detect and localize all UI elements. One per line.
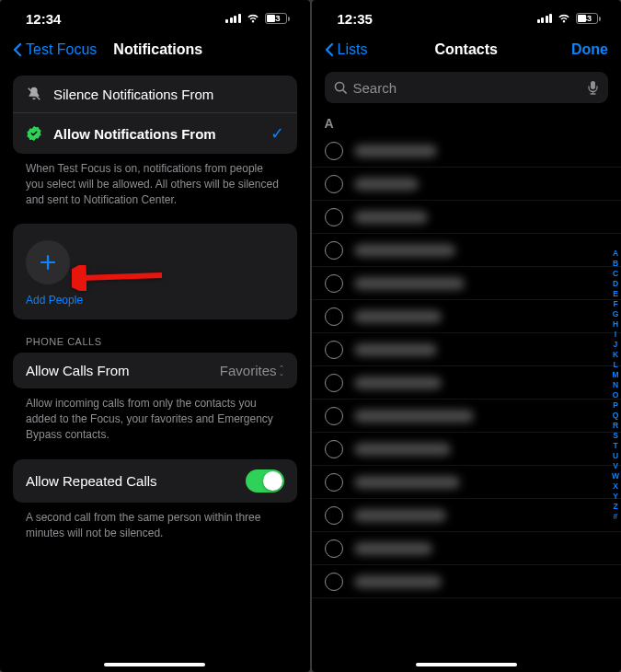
contact-radio[interactable] bbox=[325, 407, 343, 425]
contact-radio[interactable] bbox=[325, 573, 343, 591]
index-letter[interactable]: R bbox=[612, 421, 619, 431]
svg-line-4 bbox=[342, 89, 345, 92]
contact-name-redacted bbox=[354, 542, 432, 555]
mic-icon[interactable] bbox=[587, 80, 599, 95]
index-letter[interactable]: P bbox=[612, 400, 619, 411]
index-letter[interactable]: Q bbox=[612, 411, 619, 421]
phone-calls-header: PHONE CALLS bbox=[13, 319, 297, 353]
contact-name-redacted bbox=[354, 277, 465, 290]
index-letter[interactable]: B bbox=[612, 259, 619, 269]
battery-icon: 43 bbox=[265, 13, 290, 24]
done-button[interactable]: Done bbox=[571, 41, 608, 58]
status-bar: 12:34 43 bbox=[0, 0, 310, 31]
status-bar: 12:35 43 bbox=[312, 0, 622, 31]
contact-radio[interactable] bbox=[325, 506, 343, 525]
index-letter[interactable]: C bbox=[612, 269, 619, 279]
index-letter[interactable]: N bbox=[612, 380, 619, 390]
contact-row[interactable] bbox=[312, 300, 622, 333]
add-people-label: Add People bbox=[26, 294, 284, 307]
index-letter[interactable]: O bbox=[612, 390, 619, 400]
updown-icon: ⌃⌄ bbox=[279, 365, 284, 377]
contact-radio[interactable] bbox=[325, 307, 343, 326]
add-people-button[interactable] bbox=[26, 240, 70, 284]
contact-row[interactable] bbox=[312, 168, 622, 201]
check-badge-icon bbox=[26, 125, 42, 142]
contact-row[interactable] bbox=[312, 565, 622, 598]
silence-row[interactable]: Silence Notifications From bbox=[13, 75, 297, 113]
nav-title: Notifications bbox=[113, 41, 202, 58]
contact-radio[interactable] bbox=[325, 175, 343, 193]
index-letter[interactable]: K bbox=[612, 350, 619, 360]
search-input[interactable]: Search bbox=[325, 72, 609, 103]
contact-row[interactable] bbox=[312, 499, 622, 532]
index-letter[interactable]: T bbox=[612, 441, 619, 451]
contact-row[interactable] bbox=[312, 366, 622, 400]
search-wrap: Search bbox=[312, 68, 622, 112]
index-letter[interactable]: S bbox=[612, 431, 619, 441]
contact-name-redacted bbox=[354, 509, 446, 522]
contact-radio[interactable] bbox=[325, 142, 343, 160]
home-indicator[interactable] bbox=[416, 663, 517, 666]
back-label: Test Focus bbox=[26, 41, 97, 58]
index-letter[interactable]: G bbox=[612, 309, 619, 319]
index-letter[interactable]: D bbox=[612, 279, 619, 289]
allow-label: Allow Notifications From bbox=[53, 126, 259, 142]
plus-icon bbox=[37, 251, 59, 273]
allow-row[interactable]: Allow Notifications From ✓ bbox=[13, 113, 297, 154]
index-letter[interactable]: # bbox=[612, 512, 619, 522]
wifi-icon bbox=[246, 13, 260, 24]
back-button[interactable]: Test Focus bbox=[13, 41, 97, 58]
index-letter[interactable]: W bbox=[612, 471, 619, 481]
contact-row[interactable] bbox=[312, 201, 622, 234]
battery-icon: 43 bbox=[576, 13, 601, 24]
contact-radio[interactable] bbox=[325, 374, 343, 392]
index-letter[interactable]: V bbox=[612, 461, 619, 471]
contact-radio[interactable] bbox=[325, 539, 343, 558]
index-letter[interactable]: X bbox=[612, 481, 619, 492]
contact-name-redacted bbox=[354, 343, 437, 356]
contact-radio[interactable] bbox=[325, 341, 343, 359]
index-letter[interactable]: E bbox=[612, 289, 619, 299]
search-icon bbox=[334, 81, 348, 95]
allow-calls-row[interactable]: Allow Calls From Favorites ⌃⌄ bbox=[13, 353, 297, 388]
home-indicator[interactable] bbox=[104, 663, 205, 666]
checkmark-icon: ✓ bbox=[270, 123, 284, 144]
alpha-index[interactable]: ABCDEFGHIJKLMNOPQRSTUVWXYZ# bbox=[612, 249, 619, 522]
contact-row[interactable] bbox=[312, 267, 622, 300]
contact-radio[interactable] bbox=[325, 473, 343, 492]
status-icons: 43 bbox=[225, 13, 290, 24]
svg-rect-5 bbox=[591, 81, 595, 89]
index-letter[interactable]: Y bbox=[612, 492, 619, 502]
index-letter[interactable]: F bbox=[612, 299, 619, 309]
status-time: 12:35 bbox=[338, 11, 373, 27]
index-letter[interactable]: A bbox=[612, 249, 619, 259]
contact-radio[interactable] bbox=[325, 208, 343, 226]
contact-row[interactable] bbox=[312, 234, 622, 267]
contact-row[interactable] bbox=[312, 134, 622, 168]
contact-radio[interactable] bbox=[325, 274, 343, 293]
content-left: Silence Notifications From Allow Notific… bbox=[0, 75, 310, 557]
index-letter[interactable]: I bbox=[612, 330, 619, 340]
contact-name-redacted bbox=[354, 377, 442, 389]
contact-radio[interactable] bbox=[325, 241, 343, 260]
contacts-list bbox=[312, 134, 622, 598]
contact-row[interactable] bbox=[312, 466, 622, 499]
allow-calls-value: Favorites ⌃⌄ bbox=[220, 363, 284, 378]
index-letter[interactable]: L bbox=[612, 360, 619, 370]
repeated-switch[interactable] bbox=[246, 469, 284, 492]
contact-name-redacted bbox=[354, 211, 428, 224]
index-letter[interactable]: J bbox=[612, 340, 619, 350]
section-header-letter: A bbox=[312, 112, 622, 134]
index-letter[interactable]: H bbox=[612, 319, 619, 330]
contact-row[interactable] bbox=[312, 400, 622, 433]
contact-row[interactable] bbox=[312, 333, 622, 366]
contact-name-redacted bbox=[354, 410, 474, 423]
repeated-label: Allow Repeated Calls bbox=[26, 473, 235, 489]
index-letter[interactable]: M bbox=[612, 370, 619, 380]
contact-row[interactable] bbox=[312, 433, 622, 466]
index-letter[interactable]: Z bbox=[612, 502, 619, 512]
chevron-left-icon bbox=[13, 42, 22, 57]
contact-radio[interactable] bbox=[325, 440, 343, 458]
index-letter[interactable]: U bbox=[612, 451, 619, 461]
contact-row[interactable] bbox=[312, 532, 622, 565]
